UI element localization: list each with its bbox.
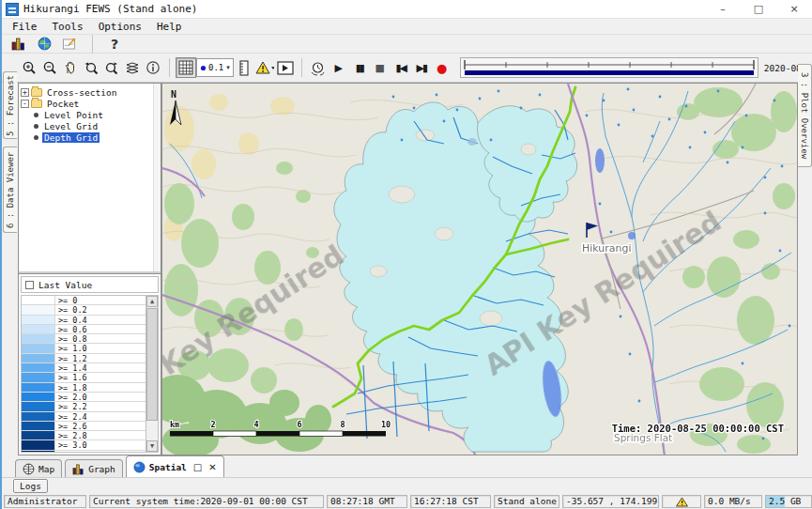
layers-button[interactable] bbox=[122, 57, 143, 78]
tree-item-level-point[interactable]: Level Point bbox=[21, 109, 161, 120]
tab-close-icon[interactable]: ✕ bbox=[208, 462, 216, 472]
zoom-previous-button[interactable] bbox=[81, 57, 101, 78]
menu-file[interactable]: File bbox=[6, 20, 44, 34]
map-toolbar: 0.1 ▾ bbox=[2, 54, 812, 83]
maximize-button[interactable]: □ bbox=[741, 0, 776, 18]
legend-row-label: >= 1.0 bbox=[55, 344, 146, 352]
play-button[interactable]: ▶ bbox=[329, 57, 349, 78]
step-back-button[interactable]: ▮◀ bbox=[391, 57, 411, 78]
status-warning[interactable] bbox=[662, 495, 701, 508]
time-settings-button[interactable] bbox=[308, 57, 329, 78]
legend-row[interactable]: >= 1.6 bbox=[22, 373, 146, 382]
animation-button[interactable] bbox=[275, 57, 296, 78]
legend-row[interactable]: >= 1.4 bbox=[22, 363, 146, 373]
class-break-select[interactable]: 0.1 ▾ bbox=[196, 58, 234, 77]
tab-map[interactable]: Map bbox=[15, 459, 62, 477]
legend-row[interactable]: >= 1.0 bbox=[22, 344, 146, 353]
legend-row[interactable]: >= 3.0 bbox=[22, 440, 146, 450]
legend-scrollbar[interactable]: ▲ ▼ bbox=[146, 296, 158, 452]
tree-item-pocket[interactable]: - Pocket bbox=[21, 98, 161, 109]
tree-item-cross-section[interactable]: + Cross-section bbox=[21, 86, 161, 98]
legend-scale-button[interactable] bbox=[234, 57, 254, 78]
zoom-next-button[interactable] bbox=[101, 57, 122, 78]
tab-plot-overview[interactable]: 3 : Plot Overview bbox=[798, 64, 812, 167]
minimize-button[interactable]: – bbox=[705, 0, 741, 18]
legend-row[interactable]: >= 0.2 bbox=[22, 305, 146, 315]
tree-item-label-selected: Depth Grid bbox=[42, 132, 100, 143]
legend-row[interactable]: >= 0.8 bbox=[22, 334, 146, 344]
legend-row[interactable]: >= 2.6 bbox=[22, 422, 146, 431]
legend-row-label: >= 0.8 bbox=[55, 334, 146, 343]
legend-row[interactable]: >= 1.2 bbox=[22, 354, 146, 363]
tab-graph[interactable]: Graph bbox=[65, 459, 123, 477]
legend-row[interactable]: >= 0.6 bbox=[22, 325, 146, 334]
logs-button[interactable]: Logs bbox=[13, 479, 48, 493]
legend-row-label: >= 1.2 bbox=[55, 354, 146, 362]
map-display-button[interactable] bbox=[34, 34, 54, 54]
expand-icon[interactable]: + bbox=[21, 88, 29, 97]
legend-color-swatch bbox=[22, 383, 55, 392]
close-button[interactable]: × bbox=[776, 0, 812, 18]
status-coordinates: -35.657 , 174.199 bbox=[562, 495, 659, 508]
map-view[interactable]: API Key Required API Key Required Hikura… bbox=[161, 83, 798, 455]
pause-button[interactable]: ▮▮ bbox=[349, 57, 370, 78]
tab-spatial-label: Spatial bbox=[149, 462, 187, 472]
legend-row[interactable]: >= 2.0 bbox=[22, 393, 146, 402]
tree-item-label: Level Point bbox=[42, 110, 105, 120]
status-mode: Stand alone bbox=[494, 495, 559, 508]
menu-options[interactable]: Options bbox=[92, 20, 148, 34]
tab-map-label: Map bbox=[38, 464, 54, 474]
zoom-out-button[interactable] bbox=[39, 57, 60, 78]
zoom-in-icon bbox=[22, 60, 38, 76]
tree-scrollbar[interactable] bbox=[153, 84, 161, 271]
tab-spatial[interactable]: Spatial □ ✕ bbox=[126, 455, 224, 477]
collapse-icon[interactable]: - bbox=[21, 100, 29, 108]
application-window: Hikurangi FEWS (Stand alone) – □ × File … bbox=[0, 0, 812, 509]
stop-button[interactable]: ■ bbox=[370, 57, 391, 78]
pan-button[interactable] bbox=[60, 57, 81, 78]
time-slider[interactable] bbox=[460, 57, 758, 78]
timeseries-dialog-button[interactable] bbox=[60, 34, 81, 54]
legend-row[interactable]: >= 1.8 bbox=[22, 383, 146, 393]
tree-item-level-grid[interactable]: Level Grid bbox=[21, 120, 161, 131]
play-icon: ▶ bbox=[335, 62, 343, 74]
legend-row-label: >= 0.6 bbox=[55, 325, 146, 333]
tab-maximize-icon[interactable]: □ bbox=[193, 462, 202, 472]
scroll-up-icon[interactable]: ▲ bbox=[146, 296, 158, 307]
pause-icon: ▮▮ bbox=[356, 62, 363, 74]
menu-help[interactable]: Help bbox=[150, 20, 189, 34]
legend-row[interactable]: >= 0 bbox=[22, 296, 146, 305]
info-button[interactable] bbox=[143, 57, 163, 78]
step-forward-button[interactable]: ▶▮ bbox=[411, 57, 432, 78]
legend-row[interactable]: >= 2.8 bbox=[22, 431, 146, 440]
legend-row[interactable]: >= 2.2 bbox=[22, 402, 146, 411]
legend-row[interactable]: >= 3.2 bbox=[22, 451, 146, 453]
dot-icon bbox=[200, 65, 207, 71]
legend-color-swatch bbox=[22, 402, 55, 410]
zoom-in-button[interactable] bbox=[19, 57, 39, 78]
legend-row[interactable]: >= 2.4 bbox=[22, 412, 146, 422]
last-value-checkbox[interactable] bbox=[25, 281, 34, 289]
last-value-label: Last Value bbox=[38, 280, 92, 290]
legend-row[interactable]: >= 0.4 bbox=[22, 316, 146, 325]
scrollbar-thumb[interactable] bbox=[146, 308, 158, 421]
legend-row-label: >= 1.6 bbox=[55, 373, 146, 381]
help-button[interactable]: ? bbox=[104, 34, 125, 54]
tab-data-viewer[interactable]: 6 : Data Viewer bbox=[3, 147, 17, 233]
tree-item-depth-grid[interactable]: Depth Grid bbox=[21, 131, 161, 143]
grid-display-button[interactable] bbox=[176, 57, 196, 78]
tab-forecast[interactable]: 5 : Forecast bbox=[3, 71, 17, 139]
database-viewer-button[interactable] bbox=[8, 34, 28, 54]
menu-tools[interactable]: Tools bbox=[46, 20, 90, 34]
legend-rows: >= 0>= 0.2>= 0.4>= 0.6>= 0.8>= 1.0>= 1.2… bbox=[22, 296, 146, 452]
scroll-down-icon[interactable]: ▼ bbox=[146, 440, 158, 452]
window-title: Hikurangi FEWS (Stand alone) bbox=[23, 3, 197, 15]
bullet-icon bbox=[34, 113, 38, 117]
legend-color-swatch bbox=[22, 325, 55, 333]
help-icon: ? bbox=[111, 37, 118, 52]
thresholds-button[interactable] bbox=[254, 57, 275, 78]
bar-chart-icon bbox=[72, 463, 84, 475]
record-button[interactable]: ● bbox=[432, 57, 452, 78]
stop-icon: ■ bbox=[375, 62, 385, 74]
status-download-speed: 0.0 MB/s bbox=[704, 495, 762, 508]
